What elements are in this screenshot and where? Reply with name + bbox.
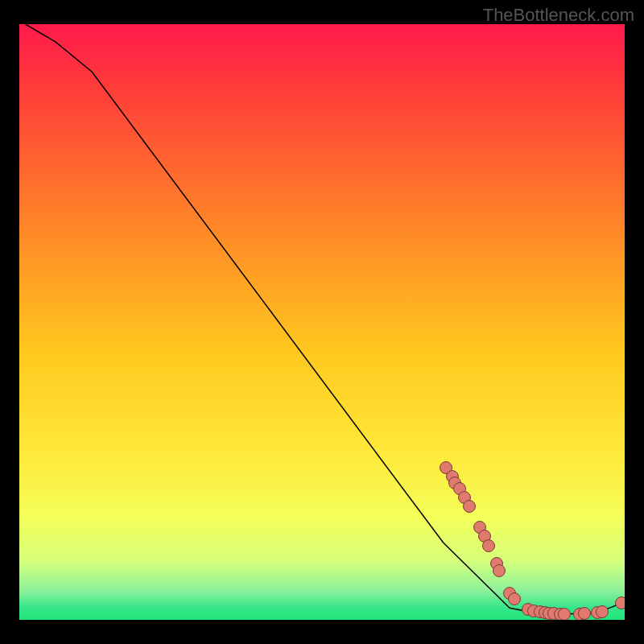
data-marker bbox=[578, 607, 591, 620]
data-marker bbox=[558, 608, 571, 620]
bottleneck-curve bbox=[19, 24, 625, 620]
data-marker bbox=[615, 597, 625, 609]
data-marker bbox=[493, 564, 506, 577]
chart-container: TheBottleneck.com bbox=[0, 0, 644, 644]
watermark-text: TheBottleneck.com bbox=[483, 5, 634, 26]
plot-area bbox=[19, 24, 625, 620]
data-marker bbox=[463, 500, 476, 513]
data-marker bbox=[482, 539, 495, 552]
data-marker bbox=[596, 605, 609, 618]
plot-frame bbox=[19, 24, 625, 620]
data-marker bbox=[508, 592, 521, 605]
